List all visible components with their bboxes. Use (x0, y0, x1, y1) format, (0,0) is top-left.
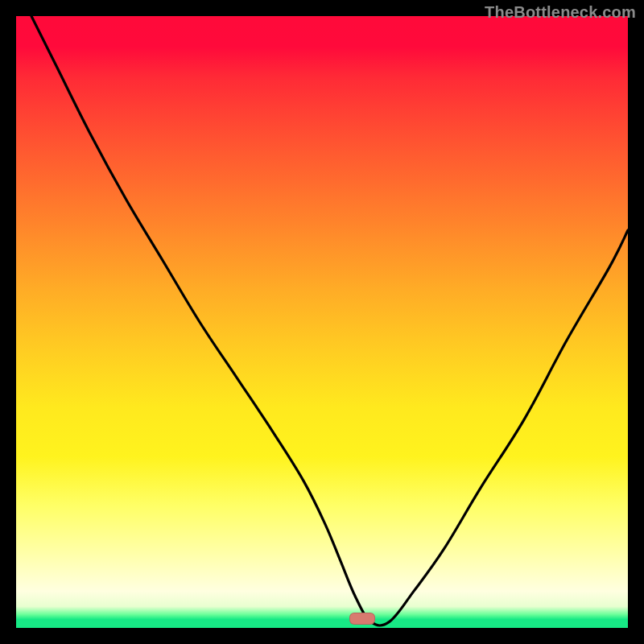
optimal-marker (349, 613, 375, 625)
bottleneck-curve (16, 16, 628, 628)
watermark-text: TheBottleneck.com (485, 3, 636, 22)
chart-frame: TheBottleneck.com (0, 0, 644, 644)
curve-path (31, 16, 628, 625)
plot-area (16, 16, 628, 628)
